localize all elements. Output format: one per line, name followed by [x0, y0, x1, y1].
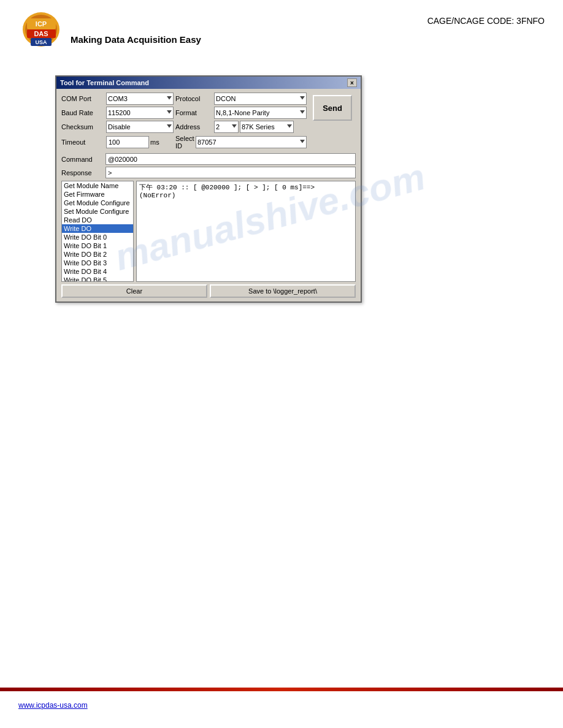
clear-button[interactable]: Clear: [61, 284, 207, 298]
com-port-label: COM Port: [61, 95, 104, 102]
list-item[interactable]: Write DO Bit 0: [62, 233, 133, 241]
checksum-label: Checksum: [61, 123, 104, 131]
command-input[interactable]: [105, 153, 356, 165]
list-item[interactable]: Get Module Name: [62, 181, 133, 190]
select-id-select[interactable]: 87057: [196, 136, 307, 148]
baud-rate-select[interactable]: 115200: [106, 107, 174, 119]
svg-text:ICP: ICP: [36, 20, 47, 28]
command-list[interactable]: Get Module Name Get Firmware Get Module …: [61, 181, 134, 282]
dialog-title: Tool for Terminal Command: [60, 79, 149, 86]
terminal-command-dialog: Tool for Terminal Command × COM Port COM…: [55, 75, 362, 303]
protocol-label: Protocol: [175, 95, 212, 102]
address-label: Address: [175, 123, 212, 131]
save-button[interactable]: Save to \logger_report\: [210, 284, 356, 298]
com-port-select[interactable]: COM3: [106, 93, 174, 105]
protocol-select[interactable]: DCON: [214, 93, 307, 105]
address-series-select[interactable]: 87K Series: [240, 121, 294, 133]
page-header: ICP DAS USA Making Data Acquisition Easy…: [0, 0, 563, 57]
footer-link[interactable]: www.icpdas-usa.com: [18, 701, 88, 710]
list-item[interactable]: Read DO: [62, 216, 133, 224]
dialog-body: COM Port COM3 Protocol DCON Baud Rate: [56, 89, 361, 301]
log-area-container: 下午 03:20 :: [ @020000 ]; [ > ]; [ 0 ms]=…: [136, 181, 356, 282]
address-select[interactable]: 2: [214, 121, 239, 133]
timeout-input[interactable]: [106, 136, 149, 148]
list-item[interactable]: Set Module Configure: [62, 207, 133, 216]
company-logo: ICP DAS USA: [18, 11, 64, 51]
list-item[interactable]: Get Module Configure: [62, 199, 133, 207]
list-item[interactable]: Write DO Bit 3: [62, 259, 133, 267]
response-label: Response: [61, 169, 103, 176]
list-item[interactable]: Write DO Bit 2: [62, 250, 133, 259]
command-label: Command: [61, 156, 103, 163]
command-row: Command: [61, 153, 356, 165]
lower-section: Get Module Name Get Firmware Get Module …: [61, 181, 356, 282]
log-text: 下午 03:20 :: [ @020000 ]; [ > ]; [ 0 ms]=…: [139, 184, 315, 199]
format-select[interactable]: N,8,1-None Parity: [214, 107, 307, 119]
svg-text:USA: USA: [35, 39, 47, 45]
close-button[interactable]: ×: [347, 78, 357, 87]
dialog-titlebar: Tool for Terminal Command ×: [56, 77, 361, 89]
cage-code: CAGE/NCAGE CODE: 3FNFO: [427, 11, 545, 26]
main-content: Tool for Terminal Command × COM Port COM…: [0, 57, 563, 315]
list-item[interactable]: Write DO Bit 1: [62, 241, 133, 250]
list-item[interactable]: Get Firmware: [62, 190, 133, 199]
tagline: Making Data Acquisition Easy: [71, 34, 201, 45]
send-button[interactable]: Send: [313, 95, 352, 121]
timeout-label: Timeout: [61, 138, 104, 146]
response-input[interactable]: [105, 167, 356, 178]
bottom-buttons: Clear Save to \logger_report\: [61, 284, 356, 298]
format-label: Format: [175, 109, 212, 116]
response-row: Response: [61, 167, 356, 178]
list-item[interactable]: Write DO Bit 4: [62, 267, 133, 276]
svg-text:DAS: DAS: [34, 30, 48, 37]
select-id-label: Select ID: [175, 135, 194, 150]
footer-bar: [0, 688, 563, 691]
ms-label: ms: [150, 138, 159, 146]
list-item[interactable]: Write DO Bit 5: [62, 276, 133, 282]
baud-rate-label: Baud Rate: [61, 109, 104, 116]
logo-area: ICP DAS USA Making Data Acquisition Easy: [18, 11, 201, 51]
log-area: 下午 03:20 :: [ @020000 ]; [ > ]; [ 0 ms]=…: [136, 181, 356, 282]
list-item-write-do[interactable]: Write DO: [62, 224, 133, 233]
checksum-select[interactable]: Disable: [106, 121, 174, 133]
